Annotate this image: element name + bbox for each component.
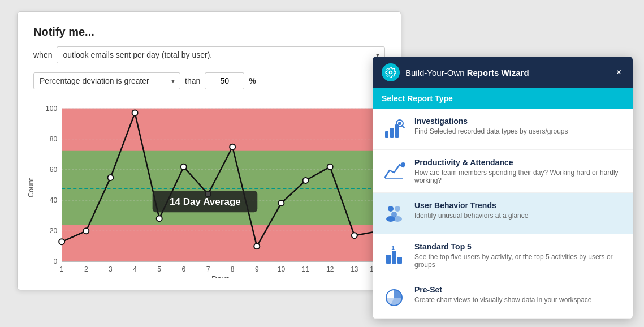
svg-text:0: 0 [53,257,57,265]
svg-line-51 [402,126,404,128]
standard-top5-desc: See the top five users by activity, or t… [414,253,624,269]
preset-title: Pre-Set [414,285,624,294]
investigations-desc: Find Selected recorded data types by use… [414,127,624,135]
svg-point-23 [254,243,260,249]
preset-text: Pre-Set Create chart views to visually s… [414,285,624,304]
svg-point-27 [352,233,357,238]
when-label: when [33,50,52,59]
investigations-title: Investigations [414,117,624,126]
wizard-header-icon [382,63,400,81]
svg-point-16 [83,228,89,234]
productivity-title: Productivity & Attendance [414,158,624,167]
svg-text:40: 40 [50,196,58,204]
chart-svg: 0 20 40 60 80 100 [33,97,385,278]
svg-point-24 [278,200,284,206]
svg-point-52 [401,162,405,167]
svg-text:100: 100 [46,105,57,113]
productivity-icon [382,158,407,183]
svg-rect-46 [385,131,388,138]
user-behavior-title: User Behavior Trends [414,201,624,210]
productivity-desc: How are team members spending their day?… [414,169,624,184]
svg-rect-60 [392,251,396,264]
svg-point-18 [132,110,138,116]
svg-text:14 Day Average: 14 Day Average [170,196,241,207]
svg-text:8: 8 [231,265,235,273]
svg-text:1: 1 [391,245,395,251]
investigations-text: Investigations Find Selected recorded da… [414,117,624,135]
notify-title: Notify me... [33,25,385,38]
svg-text:60: 60 [50,166,58,174]
svg-point-25 [303,178,309,183]
preset-icon [382,285,407,310]
threshold-input[interactable] [205,72,244,89]
wizard-item-productivity[interactable]: Productivity & Attendance How are team m… [373,150,633,193]
svg-point-20 [181,164,187,170]
svg-point-17 [107,175,113,180]
svg-text:80: 80 [50,135,58,143]
chart-container: Count 0 20 40 60 80 10 [33,97,385,278]
svg-point-58 [393,216,402,222]
wizard-body: Investigations Find Selected recorded da… [373,109,633,319]
svg-text:5: 5 [157,265,161,273]
svg-text:4: 4 [133,265,137,273]
wizard-title: Build-Your-Own Reports Wizard [405,68,608,78]
productivity-text: Productivity & Attendance How are team m… [414,158,624,184]
svg-text:12: 12 [326,265,334,273]
svg-text:7: 7 [206,265,210,273]
wizard-panel: Build-Your-Own Reports Wizard × Select R… [373,57,633,319]
svg-text:13: 13 [351,265,358,273]
user-behavior-desc: Identify unusual behaviors at a glance [414,212,624,220]
settings-gear-icon [385,67,396,78]
svg-text:6: 6 [182,265,186,273]
svg-point-15 [59,239,64,244]
wizard-item-standard-top5[interactable]: 1 Standard Top 5 See the top five users … [373,234,633,277]
preset-desc: Create chart views to visually show data… [414,296,624,304]
condition-select-wrapper[interactable]: Percentage deviation is greater ▼ [33,72,180,89]
wizard-title-plain: Build-Your-Own [405,68,467,78]
svg-text:10: 10 [278,265,286,273]
than-label: than [185,76,200,85]
svg-rect-59 [386,255,391,264]
svg-text:2: 2 [84,265,88,273]
investigations-icon [382,117,407,141]
svg-text:Days: Days [211,274,230,278]
svg-point-26 [327,164,333,170]
standard-top5-icon: 1 [382,242,407,267]
metric-select-wrapper[interactable]: outlook emails sent per day (total by us… [57,46,385,63]
wizard-item-preset[interactable]: Pre-Set Create chart views to visually s… [373,277,633,319]
condition-select[interactable]: Percentage deviation is greater [33,72,180,89]
pct-label: % [249,76,256,85]
notify-when-row: when outlook emails sent per day (total … [33,46,385,63]
svg-text:3: 3 [109,265,113,273]
metric-select[interactable]: outlook emails sent per day (total by us… [57,46,385,63]
user-behavior-text: User Behavior Trends Identify unusual be… [414,201,624,220]
wizard-item-user-behavior[interactable]: User Behavior Trends Identify unusual be… [373,193,633,234]
wizard-item-investigations[interactable]: Investigations Find Selected recorded da… [373,109,633,150]
svg-point-22 [230,144,235,150]
svg-point-55 [395,206,400,212]
svg-point-19 [157,216,162,221]
svg-text:11: 11 [302,265,310,273]
svg-text:20: 20 [50,227,58,235]
svg-text:9: 9 [255,265,259,273]
notify-card: Notify me... when outlook emails sent pe… [17,11,401,290]
wizard-close-button[interactable]: × [614,67,624,78]
svg-text:1: 1 [60,265,64,273]
standard-top5-text: Standard Top 5 See the top five users by… [414,242,624,269]
svg-rect-61 [397,257,402,264]
condition-row: Percentage deviation is greater ▼ than % [33,72,385,89]
wizard-header: Build-Your-Own Reports Wizard × [373,57,633,88]
wizard-subtitle-text: Select Report Type [382,94,453,103]
svg-point-50 [398,122,401,125]
user-behavior-icon [382,201,407,226]
svg-point-54 [388,206,394,212]
wizard-title-bold: Reports Wizard [467,68,529,78]
y-axis-label: Count [27,178,35,198]
standard-top5-title: Standard Top 5 [414,242,624,251]
svg-point-45 [390,71,392,74]
svg-rect-47 [390,128,394,138]
wizard-subtitle-bar: Select Report Type [373,88,633,109]
